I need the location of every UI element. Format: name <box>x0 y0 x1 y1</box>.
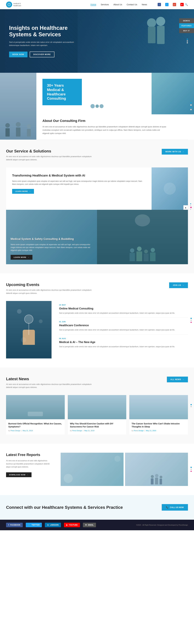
news-dot-1 <box>190 404 192 405</box>
youtube-nav-link[interactable]: ▶ <box>180 3 184 6</box>
call-us-button[interactable]: 📞 CALL US NOW <box>162 504 188 510</box>
nav-about[interactable]: About Us <box>113 3 122 6</box>
all-news-button[interactable]: ALL NEWS → <box>167 376 188 382</box>
news-dot-2 <box>190 406 192 407</box>
service-ai-title: Transforming Healthcare & Medical System… <box>12 174 145 178</box>
work-with-us-button[interactable]: WORK WITH US → <box>162 149 188 154</box>
event-desc-2: Sed ut perspiciatis unde omnis iste natu… <box>59 328 188 332</box>
service-safety-text: Nemo enim ipsam voluptatem quia voluptas… <box>11 243 92 252</box>
service-safety-content: Medical System & Safety Consulting & Bui… <box>11 237 92 260</box>
events-grid: 25 MAY Online Medical Consulting Sed ut … <box>6 301 188 358</box>
facebook-nav-link[interactable]: f <box>158 3 161 6</box>
book-now-button[interactable]: BOOK NOW <box>9 52 27 57</box>
news-title-2[interactable]: Why You Should Exercise Caution with DIY… <box>70 422 124 428</box>
email-footer-icon: ✉ <box>85 524 87 526</box>
dot-1[interactable] <box>187 38 188 40</box>
services-header-left: Our Service & Solutions At vero eos et a… <box>6 149 97 162</box>
connect-section: Connect with our Healthcare Systems & Se… <box>0 495 194 520</box>
event-title-2: Healthcare Conference <box>59 324 188 327</box>
news-author-3: Penci Design <box>134 430 144 432</box>
logo[interactable]: medical & healthcare <box>6 2 21 8</box>
services-dot-2 <box>190 205 191 206</box>
linkedin-footer-icon: in <box>47 524 49 526</box>
news-card-1: Burnout Gets Official Recognition: What … <box>6 395 65 434</box>
services-bottom-row: Medical System & Safety Consulting & Bui… <box>6 210 188 264</box>
about-top: 30+ Years Medical & Healthcare Consultin… <box>0 73 194 140</box>
event-desc-3: Sed ut perspiciatis unde omnis iste natu… <box>59 345 188 348</box>
news-date-3: May 21, 2019 <box>146 430 156 432</box>
hero-subtitle: Sed ut perspiciatis unde omnis iste natu… <box>9 41 82 47</box>
youtube-footer-icon: ▶ <box>66 524 68 526</box>
news-title-1[interactable]: Burnout Gets Official Recognition: What … <box>8 422 62 428</box>
discover-more-button[interactable]: DISCOVER MORE <box>30 52 54 57</box>
about-banner-row: 30+ Years Medical & Healthcare Consultin… <box>36 73 194 114</box>
news-meta-2: by Penci Design | May 21, 2019 <box>70 430 124 432</box>
news-date-1: May 21, 2019 <box>23 430 33 432</box>
news-section-text: At vero eos et accusamus et iusto odio d… <box>6 383 97 389</box>
service-safety-learn-button[interactable]: LEARN MORE → <box>11 255 32 260</box>
header: medical & healthcare Home Services About… <box>0 0 194 9</box>
scroll-up-button[interactable]: ▲ <box>183 205 188 210</box>
googleplus-nav-link[interactable]: g+ <box>173 3 176 6</box>
phone-icon: 📞 <box>166 506 168 508</box>
hero-title: Insights on Healthcare Systems & Service… <box>9 25 82 38</box>
reports-dot-2 <box>190 469 192 470</box>
reports-title: Latest Free Reports <box>6 453 55 457</box>
about-dot-4[interactable] <box>190 109 192 110</box>
nav-services[interactable]: Services <box>101 3 109 6</box>
join-us-button[interactable]: JOIN US → <box>169 282 188 288</box>
about-dot-1[interactable] <box>190 102 192 104</box>
footer-youtube-link[interactable]: ▶ YOUTUBE <box>64 523 80 527</box>
about-dot-2[interactable] <box>190 104 192 106</box>
about-section: 30+ Years Medical & Healthcare Consultin… <box>0 73 194 140</box>
news-title-3[interactable]: The Cancer Survivor Who Can't Shake Intr… <box>132 422 186 428</box>
reports-dot-1 <box>190 467 192 468</box>
logo-icon <box>6 2 12 8</box>
events-header: Upcoming Events At vero eos et accusamus… <box>6 282 188 295</box>
service-ai-learn-button[interactable]: LEARN MORE → <box>12 189 34 194</box>
services-dot-1 <box>190 203 191 204</box>
news-date-2: May 21, 2019 <box>84 430 94 432</box>
twitter-nav-link[interactable]: t <box>165 3 168 6</box>
dot-3[interactable] <box>187 42 188 44</box>
about-dot-3[interactable] <box>190 107 192 108</box>
demos-button[interactable]: DEMOS <box>179 18 194 23</box>
footer-email-link[interactable]: ✉ EMAIL <box>83 523 96 527</box>
events-dot-2 <box>190 320 192 321</box>
download-button[interactable]: DOWNLOAD NOW → <box>6 472 32 477</box>
hero-section: Insights on Healthcare Systems & Service… <box>0 9 194 73</box>
services-section: Our Service & Solutions At vero eos et a… <box>0 140 194 273</box>
nav-home[interactable]: Home <box>90 3 96 6</box>
services-top-row: Transforming Healthcare & Medical System… <box>6 168 188 210</box>
news-author-2: Penci Design <box>72 430 82 432</box>
reports-images <box>61 453 188 486</box>
nav-news[interactable]: News <box>142 3 147 6</box>
news-card-3: The Cancer Survivor Who Can't Shake Intr… <box>129 395 188 434</box>
news-grid: Burnout Gets Official Recognition: What … <box>6 395 188 434</box>
footer: f FACEBOOK 🐦 TWITTER in LINKEDIN ▶ YOUTU… <box>0 520 194 530</box>
search-icon[interactable]: 🔍 <box>185 3 188 6</box>
services-dots <box>190 203 192 210</box>
news-content-1: Burnout Gets Official Recognition: What … <box>6 419 65 434</box>
footer-twitter-link[interactable]: 🐦 TWITTER <box>26 523 42 527</box>
news-image-1 <box>6 395 65 419</box>
service-safety-title: Medical System & Safety Consulting & Bui… <box>11 237 92 241</box>
side-panel: DEMOS FEATURES BUY IT <box>179 18 194 33</box>
footer-linkedin-link[interactable]: in LINKEDIN <box>45 523 61 527</box>
features-button[interactable]: FEATURES <box>179 23 194 28</box>
connect-title: Connect with our Healthcare Systems & Se… <box>6 505 123 510</box>
about-center-right: 30+ Years Medical & Healthcare Consultin… <box>36 73 194 140</box>
hero-buttons: BOOK NOW DISCOVER MORE <box>9 52 82 57</box>
services-title: Our Service & Solutions <box>6 149 97 154</box>
reports-dots <box>190 467 192 472</box>
events-image <box>6 301 52 358</box>
news-section: Latest News At vero eos et accusamus et … <box>0 368 194 444</box>
dot-2[interactable] <box>187 40 188 42</box>
reports-inner: Latest Free Reports At vero eos et accus… <box>6 453 188 486</box>
reports-dot-3 <box>190 471 192 472</box>
footer-facebook-link[interactable]: f FACEBOOK <box>6 523 23 527</box>
buy-button[interactable]: BUY IT <box>179 28 194 33</box>
event-item-2: 01 JUN Healthcare Conference Sed ut pers… <box>59 318 188 334</box>
nav-contact[interactable]: Contact Us <box>127 3 137 6</box>
nav-social: f t g+ ▶ 🔍 <box>155 3 188 6</box>
